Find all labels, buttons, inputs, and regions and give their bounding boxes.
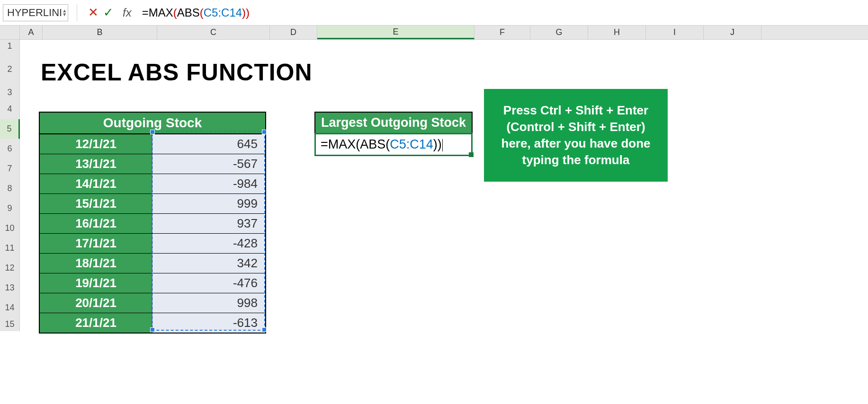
stock-date-cell[interactable]: 14/1/21 (40, 174, 152, 193)
separator (77, 4, 77, 21)
formula-input[interactable]: =MAX(ABS(C5:C14)) (138, 4, 868, 21)
cell-formula-prefix: =MAX(ABS( (321, 137, 390, 151)
page-title: EXCEL ABS FUNCTION (41, 59, 313, 86)
column-header-d[interactable]: D (270, 26, 317, 39)
cell-formula-suffix: )) (433, 137, 442, 151)
table-row: 12/1/21645 (40, 134, 265, 154)
column-header-c[interactable]: C (157, 26, 270, 39)
stock-value-cell[interactable]: 999 (152, 194, 265, 213)
stock-value-cell[interactable]: 998 (152, 293, 265, 313)
column-header-a[interactable]: A (20, 26, 43, 39)
table-row: 14/1/21-984 (40, 174, 265, 194)
outgoing-stock-table: Outgoing Stock 12/1/2164513/1/21-56714/1… (39, 112, 266, 334)
table-row: 16/1/21937 (40, 214, 265, 234)
cell-formula-range: C5:C14 (390, 137, 433, 151)
row-header-5[interactable]: 5 (0, 119, 20, 139)
stock-date-cell[interactable]: 15/1/21 (40, 194, 152, 213)
spinner-down-icon[interactable]: ▼ (62, 13, 67, 17)
formula-open2: ( (200, 6, 204, 19)
stock-value-cell[interactable]: 937 (152, 214, 265, 233)
row-header-10[interactable]: 10 (0, 219, 20, 238)
stock-value-cell[interactable]: -984 (152, 174, 265, 193)
table-row: 18/1/21342 (40, 254, 265, 273)
stock-value-cell[interactable]: -428 (152, 234, 265, 253)
stock-date-cell[interactable]: 19/1/21 (40, 273, 152, 293)
formula-bar: HYPERLINI ▲ ▼ ✕ ✓ fx =MAX(ABS(C5:C14)) (0, 0, 868, 26)
text-cursor (442, 139, 443, 151)
sheet-area[interactable]: EXCEL ABS FUNCTION Outgoing Stock 12/1/2… (20, 40, 868, 331)
row-header-2[interactable]: 2 (0, 53, 20, 86)
name-box[interactable]: HYPERLINI ▲ ▼ (3, 4, 68, 21)
column-header-b[interactable]: B (43, 26, 157, 39)
row-header-7[interactable]: 7 (0, 159, 20, 179)
row-header-6[interactable]: 6 (0, 139, 20, 159)
formula-close1: ) (246, 6, 250, 19)
instruction-callout: Press Ctrl + Shift + Enter (Control + Sh… (484, 89, 668, 182)
fx-label[interactable]: fx (123, 6, 132, 19)
name-box-spinner: ▲ ▼ (62, 9, 67, 17)
formula-abs: ABS (177, 6, 200, 19)
column-header-j[interactable]: J (704, 26, 761, 39)
row-header-1[interactable]: 1 (0, 40, 20, 53)
stock-date-cell[interactable]: 20/1/21 (40, 293, 152, 313)
row-headers: 123456789101112131415 (0, 40, 20, 331)
table-row: 13/1/21-567 (40, 154, 265, 174)
stock-date-cell[interactable]: 18/1/21 (40, 254, 152, 273)
largest-outgoing-box: Largest Outgoing Stock =MAX(ABS(C5:C14)) (314, 112, 473, 156)
grid-body: 123456789101112131415 EXCEL ABS FUNCTION… (0, 40, 868, 331)
row-header-15[interactable]: 15 (0, 318, 20, 331)
row-header-3[interactable]: 3 (0, 86, 20, 99)
row-header-12[interactable]: 12 (0, 258, 20, 278)
stock-date-cell[interactable]: 13/1/21 (40, 154, 152, 174)
column-header-e[interactable]: E (317, 26, 474, 39)
table-row: 19/1/21-476 (40, 273, 265, 293)
stock-value-cell[interactable]: -567 (152, 154, 265, 174)
table-row: 21/1/21-613 (40, 313, 265, 333)
row-header-11[interactable]: 11 (0, 238, 20, 258)
confirm-icon: ✓ (103, 5, 114, 19)
stock-value-cell[interactable]: -476 (152, 273, 265, 293)
stock-value-cell[interactable]: -613 (152, 313, 265, 333)
row-header-8[interactable]: 8 (0, 179, 20, 199)
stock-date-cell[interactable]: 17/1/21 (40, 234, 152, 253)
formula-range: C5:C14 (204, 6, 242, 19)
column-header-f[interactable]: F (474, 26, 530, 39)
table-row: 17/1/21-428 (40, 234, 265, 254)
cancel-icon: ✕ (88, 5, 98, 19)
row-header-9[interactable]: 9 (0, 199, 20, 219)
stock-date-cell[interactable]: 12/1/21 (40, 134, 152, 154)
confirm-button[interactable]: ✓ (101, 5, 116, 20)
active-cell-e5[interactable]: =MAX(ABS(C5:C14)) (314, 133, 473, 156)
row-header-14[interactable]: 14 (0, 298, 20, 318)
row-header-13[interactable]: 13 (0, 278, 20, 298)
fill-handle[interactable] (469, 152, 474, 157)
formula-prefix: =MAX (142, 6, 173, 19)
name-box-value: HYPERLINI (7, 7, 62, 19)
column-header-h[interactable]: H (588, 26, 646, 39)
column-headers: ABCDEFGHIJ (0, 26, 868, 40)
stock-date-cell[interactable]: 16/1/21 (40, 214, 152, 233)
formula-close2: ) (242, 6, 246, 19)
stock-date-cell[interactable]: 21/1/21 (40, 313, 152, 333)
cancel-button[interactable]: ✕ (86, 5, 101, 20)
column-header-g[interactable]: G (530, 26, 588, 39)
largest-header: Largest Outgoing Stock (315, 113, 472, 134)
column-header-i[interactable]: I (646, 26, 704, 39)
table-row: 20/1/21998 (40, 293, 265, 313)
select-all-corner[interactable] (0, 26, 20, 39)
table-row: 15/1/21999 (40, 194, 265, 214)
stock-table-header: Outgoing Stock (40, 113, 265, 134)
stock-value-cell[interactable]: 342 (152, 254, 265, 273)
stock-value-cell[interactable]: 645 (152, 134, 265, 154)
formula-open1: ( (173, 6, 177, 19)
row-header-4[interactable]: 4 (0, 99, 20, 119)
